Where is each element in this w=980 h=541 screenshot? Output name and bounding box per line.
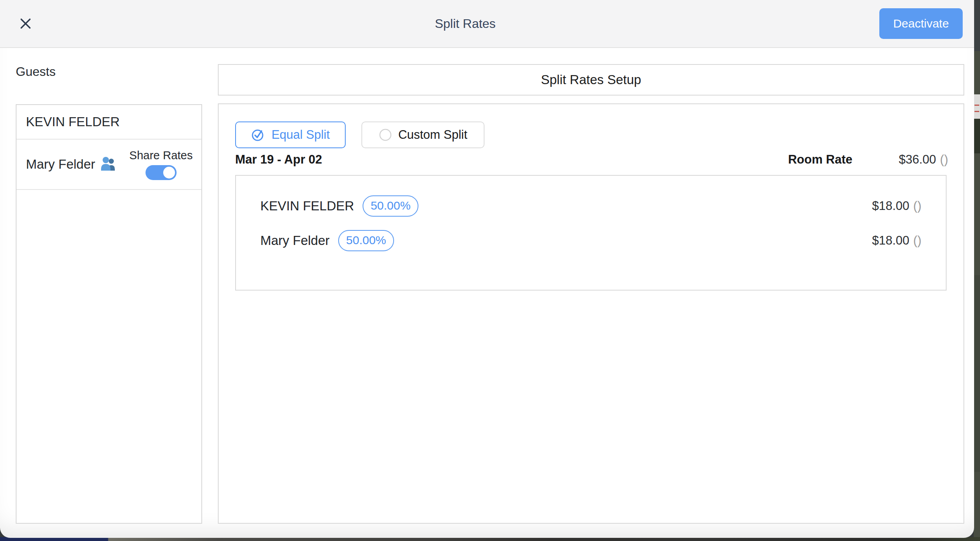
modal-topbar: Split Rates Deactivate <box>0 0 974 48</box>
share-rates-label: Share Rates <box>129 149 193 162</box>
guest-row-secondary: Mary Felder Share Rates <box>17 140 201 190</box>
check-circle-icon <box>251 128 265 142</box>
split-guest-name: Mary Felder <box>260 233 330 248</box>
setup-header: Split Rates Setup <box>218 64 964 96</box>
split-amount: $18.00 <box>872 234 910 248</box>
period-row: Mar 19 - Apr 02 Room Rate $36.00 () <box>235 150 948 169</box>
guest-split-row: Mary Felder 50.00% $18.00 () <box>260 229 921 252</box>
split-guest-name: KEVIN FELDER <box>260 199 354 213</box>
close-icon <box>18 16 33 31</box>
primary-guest-name: KEVIN FELDER <box>26 114 120 129</box>
guests-panel: KEVIN FELDER Mary Felder Share Rates <box>16 104 202 524</box>
setup-panel: Equal Split Custom Split Mar 19 - Apr 02… <box>218 103 964 524</box>
room-rate-label: Room Rate <box>788 153 853 167</box>
guest-split-row: KEVIN FELDER 50.00% $18.00 () <box>260 195 921 217</box>
guests-heading: Guests <box>16 64 55 79</box>
split-percent-pill[interactable]: 50.00% <box>338 230 394 251</box>
split-rates-modal: Split Rates Deactivate Guests KEVIN FELD… <box>0 0 974 538</box>
date-range: Mar 19 - Apr 02 <box>235 153 322 167</box>
deactivate-button[interactable]: Deactivate <box>879 8 963 39</box>
custom-split-button[interactable]: Custom Split <box>361 121 484 148</box>
close-button[interactable] <box>0 16 51 31</box>
share-rates-toggle[interactable] <box>146 165 177 180</box>
equal-split-label: Equal Split <box>271 128 330 142</box>
setup-heading: Split Rates Setup <box>541 72 641 87</box>
room-rate-value: $36.00 <box>899 153 936 167</box>
guest-splits-box: KEVIN FELDER 50.00% $18.00 () Mary Felde… <box>235 175 947 291</box>
guest-row-primary: KEVIN FELDER <box>17 105 201 140</box>
toggle-knob <box>163 167 175 178</box>
custom-split-label: Custom Split <box>398 128 468 142</box>
split-amount-suffix: () <box>913 199 921 213</box>
room-rate-suffix: () <box>940 153 948 167</box>
background-page-strip <box>974 0 980 541</box>
split-percent-pill[interactable]: 50.00% <box>363 195 418 217</box>
split-amount-suffix: () <box>913 234 921 248</box>
modal-title: Split Rates <box>51 17 879 31</box>
split-amount: $18.00 <box>872 199 910 213</box>
people-icon <box>100 156 117 175</box>
split-mode-buttons: Equal Split Custom Split <box>235 121 484 148</box>
radio-circle-icon <box>379 128 392 142</box>
equal-split-button[interactable]: Equal Split <box>235 121 346 148</box>
secondary-guest-name: Mary Felder <box>26 157 95 172</box>
